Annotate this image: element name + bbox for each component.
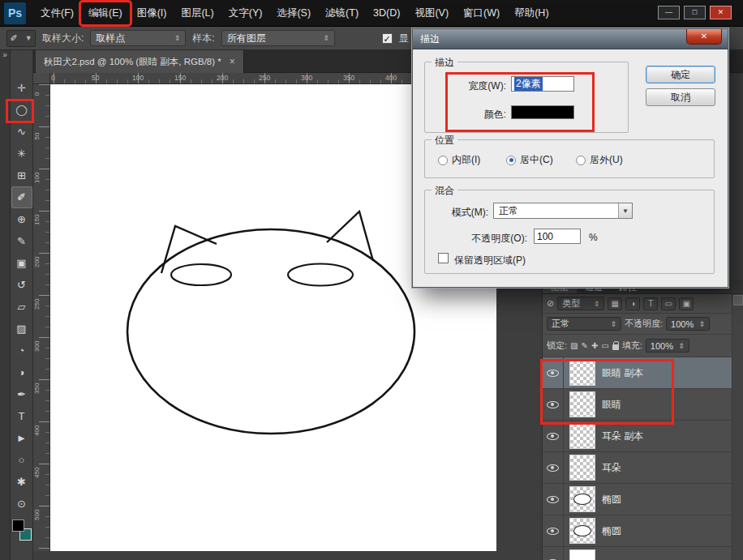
layer-thumbnail[interactable] — [569, 518, 595, 544]
dropdown-arrow-icon[interactable]: ▼ — [618, 203, 632, 218]
quick-selection-tool[interactable]: ✳ — [11, 143, 32, 165]
panel-collapse-strip[interactable]: » — [0, 50, 11, 560]
blur-tool[interactable]: ◔ — [11, 340, 32, 361]
type-tool[interactable]: T — [11, 405, 32, 427]
lock-position-icon[interactable]: ✚ — [591, 341, 598, 350]
collapse-panels-icon[interactable]: » — [2, 50, 7, 59]
filter-shape-layers-icon[interactable]: ▭ — [661, 297, 676, 310]
radio-label: 居外(U) — [590, 153, 623, 167]
filter-type-dropdown[interactable]: 类型 ⇕ — [557, 297, 604, 310]
healing-brush-tool[interactable]: ⊕ — [11, 208, 32, 230]
layer-row-ellipse-2[interactable]: 椭圆 — [543, 515, 732, 547]
layer-row-eyes[interactable]: 眼睛 — [543, 389, 732, 421]
visibility-toggle[interactable] — [543, 389, 564, 421]
clone-stamp-tool[interactable]: ▣ — [11, 252, 32, 274]
minimize-button[interactable]: — — [658, 6, 680, 19]
menu-file[interactable]: 文件(F) — [33, 2, 81, 24]
visibility-toggle[interactable] — [543, 547, 564, 560]
pen-tool[interactable]: ✒ — [11, 383, 32, 405]
layer-row-partial[interactable] — [543, 547, 732, 560]
layer-row-eyes-copy[interactable]: 眼睛 副本 — [543, 357, 732, 389]
spin-arrows-icon: ⇕ — [594, 300, 600, 308]
foreground-color-swatch[interactable] — [12, 519, 24, 532]
ellipse-shape-tool[interactable]: ○ — [11, 449, 32, 471]
fill-dropdown[interactable]: 100% ⇕ — [646, 339, 689, 353]
path-selection-tool[interactable]: ► — [11, 427, 32, 449]
radio-option-center[interactable]: 居中(C) — [506, 153, 553, 167]
filter-adjustment-layers-icon[interactable]: ◑ — [625, 297, 640, 310]
dialog-close-button[interactable]: ✕ — [686, 29, 722, 45]
menu-help[interactable]: 帮助(H) — [507, 2, 556, 24]
lock-artboard-icon[interactable]: ▭ — [601, 341, 608, 350]
mode-dropdown[interactable]: 正常 ▼ — [493, 203, 633, 219]
history-brush-tool[interactable]: ↺ — [11, 274, 32, 296]
document-tab[interactable]: 秋田犬2.psd @ 100% (眼睛 副本, RGB/8) * × — [36, 50, 244, 73]
close-button[interactable]: ✕ — [710, 6, 732, 19]
dodge-tool[interactable]: ◑ — [11, 361, 32, 383]
maximize-button[interactable]: □ — [684, 6, 706, 19]
dialog-titlebar[interactable]: 描边 — [413, 29, 728, 49]
opacity-input[interactable]: 100 — [534, 229, 581, 244]
radio-icon[interactable] — [438, 156, 448, 165]
scrollbar-handle[interactable] — [733, 295, 743, 306]
layer-row-ears[interactable]: 耳朵 — [543, 452, 732, 484]
cancel-button[interactable]: 取消 — [646, 88, 715, 106]
hand-tool[interactable]: ✱ — [11, 471, 32, 493]
visibility-toggle[interactable] — [543, 357, 564, 389]
menu-3d[interactable]: 3D(D) — [366, 3, 407, 23]
menu-view[interactable]: 视图(V) — [407, 2, 456, 24]
sample-size-dropdown[interactable]: 取样点 ⇕ — [90, 30, 186, 46]
stroke-color-swatch[interactable] — [511, 105, 574, 119]
preserve-transparency-checkbox[interactable] — [438, 253, 449, 263]
filter-pixel-layers-icon[interactable]: ▦ — [608, 297, 622, 310]
sample-dropdown[interactable]: 所有图层 ⇕ — [221, 30, 335, 46]
ok-button[interactable]: 确定 — [646, 66, 715, 83]
layer-thumbnail[interactable] — [569, 360, 595, 386]
current-tool-well[interactable]: ✐ ▼ — [6, 30, 36, 47]
lock-transparency-icon[interactable]: ▨ — [570, 341, 578, 350]
layer-thumbnail[interactable] — [569, 486, 595, 512]
menu-layer[interactable]: 图层(L) — [174, 2, 221, 24]
show-checkbox[interactable]: ✓ — [382, 33, 393, 44]
menu-window[interactable]: 窗口(W) — [456, 2, 507, 24]
stroke-width-input[interactable]: 2像素 — [511, 76, 574, 92]
radio-icon-selected[interactable] — [506, 156, 516, 165]
visibility-toggle[interactable] — [543, 421, 564, 452]
layer-name: 耳朵 副本 — [602, 430, 643, 443]
menu-type[interactable]: 文字(Y) — [221, 2, 270, 24]
stroke-width-value: 2像素 — [514, 77, 543, 91]
move-tool[interactable]: ✛ — [11, 77, 32, 99]
layer-thumbnail[interactable] — [569, 391, 595, 417]
radio-option-inside[interactable]: 内部(I) — [438, 153, 480, 167]
eyedropper-tool[interactable]: ✐ — [11, 186, 32, 208]
filter-type-layers-icon[interactable]: T — [643, 297, 658, 310]
lock-all-icon[interactable] — [612, 344, 619, 350]
opacity-dropdown[interactable]: 100% ⇕ — [666, 317, 710, 331]
menu-select[interactable]: 选择(S) — [269, 2, 318, 24]
panel-scrollbar[interactable] — [732, 294, 743, 560]
brush-tool[interactable]: ✎ — [11, 230, 32, 252]
menu-edit[interactable]: 编辑(E) — [81, 2, 130, 24]
tab-close-icon[interactable]: × — [230, 56, 235, 67]
radio-icon[interactable] — [576, 156, 586, 165]
layer-thumbnail[interactable] — [569, 455, 595, 481]
blend-mode-dropdown[interactable]: 正常 ⇕ — [547, 317, 621, 331]
layer-row-ears-copy[interactable]: 耳朵 副本 — [543, 421, 732, 452]
menu-image[interactable]: 图像(I) — [130, 2, 174, 24]
eraser-tool[interactable]: ▱ — [11, 296, 32, 318]
lasso-tool[interactable]: ∿ — [11, 121, 32, 143]
menu-filter[interactable]: 滤镜(T) — [318, 2, 366, 24]
zoom-tool[interactable]: ⊙ — [11, 493, 32, 515]
radio-option-outside[interactable]: 居外(U) — [576, 153, 623, 167]
elliptical-marquee-tool[interactable]: ◯ — [11, 99, 32, 121]
visibility-toggle[interactable] — [543, 484, 564, 515]
layer-row-ellipse-1[interactable]: 椭圆 — [543, 484, 732, 515]
layer-thumbnail[interactable] — [569, 549, 595, 560]
crop-tool[interactable]: ⊞ — [11, 165, 32, 186]
lock-pixels-icon[interactable]: ✎ — [582, 341, 588, 350]
filter-smart-objects-icon[interactable]: ▣ — [679, 297, 694, 310]
visibility-toggle[interactable] — [543, 452, 564, 484]
visibility-toggle[interactable] — [543, 515, 564, 547]
layer-thumbnail[interactable] — [569, 423, 595, 449]
gradient-tool[interactable]: ▨ — [11, 318, 32, 340]
